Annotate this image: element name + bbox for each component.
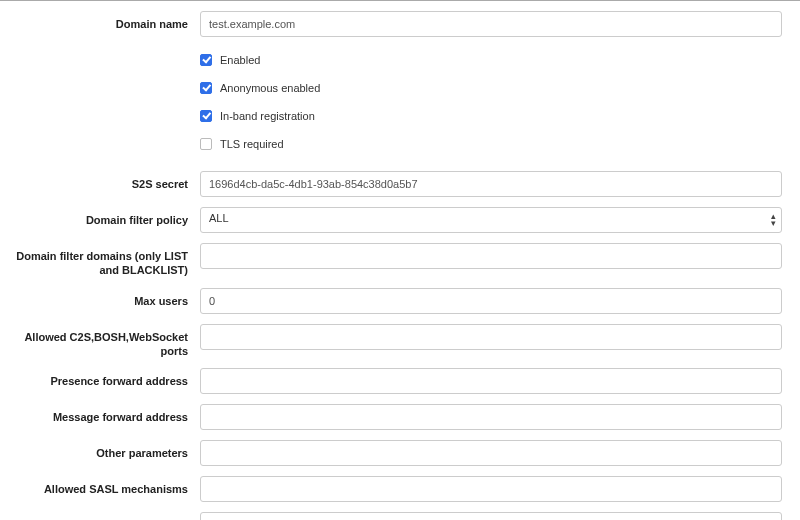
row-s2s-secret: S2S secret [0, 171, 800, 197]
checkbox-enabled-row[interactable]: Enabled [200, 49, 782, 71]
input-max-users[interactable] [200, 288, 782, 314]
label-domain-filter-policy: Domain filter policy [0, 207, 200, 227]
input-other-params[interactable] [200, 440, 782, 466]
select-domain-filter-policy[interactable]: ALL [200, 207, 782, 233]
label-presence-forward: Presence forward address [0, 368, 200, 388]
domain-config-form: Domain name Enabled Anonymous enabled In… [0, 0, 800, 520]
checkbox-tls[interactable] [200, 138, 212, 150]
checkbox-inband-row[interactable]: In-band registration [200, 105, 782, 127]
label-owner: Owner [0, 512, 200, 520]
label-message-forward: Message forward address [0, 404, 200, 424]
checkbox-tls-row[interactable]: TLS required [200, 133, 782, 155]
row-max-users: Max users [0, 288, 800, 314]
row-checkboxes: Enabled Anonymous enabled In-band regist… [0, 47, 800, 161]
input-presence-forward[interactable] [200, 368, 782, 394]
label-domain-filter-domains: Domain filter domains (only LIST and BLA… [0, 243, 200, 278]
input-domain-filter-domains[interactable] [200, 243, 782, 269]
checkbox-inband[interactable] [200, 110, 212, 122]
label-allowed-ports: Allowed C2S,BOSH,WebSocket ports [0, 324, 200, 359]
checkbox-anonymous-row[interactable]: Anonymous enabled [200, 77, 782, 99]
row-owner: Owner [0, 512, 800, 520]
checkbox-anonymous[interactable] [200, 82, 212, 94]
input-owner[interactable] [200, 512, 782, 520]
label-allowed-sasl: Allowed SASL mechanisms [0, 476, 200, 496]
input-allowed-ports[interactable] [200, 324, 782, 350]
label-s2s-secret: S2S secret [0, 171, 200, 191]
row-message-forward: Message forward address [0, 404, 800, 430]
row-allowed-sasl: Allowed SASL mechanisms [0, 476, 800, 502]
checkbox-anonymous-label: Anonymous enabled [220, 82, 320, 94]
row-domain-filter-domains: Domain filter domains (only LIST and BLA… [0, 243, 800, 278]
input-s2s-secret[interactable] [200, 171, 782, 197]
input-allowed-sasl[interactable] [200, 476, 782, 502]
checkbox-inband-label: In-band registration [220, 110, 315, 122]
row-domain-filter-policy: Domain filter policy ALL ▴▾ [0, 207, 800, 233]
row-other-params: Other parameters [0, 440, 800, 466]
input-domain-name[interactable] [200, 11, 782, 37]
label-other-params: Other parameters [0, 440, 200, 460]
checkbox-enabled-label: Enabled [220, 54, 260, 66]
row-presence-forward: Presence forward address [0, 368, 800, 394]
input-message-forward[interactable] [200, 404, 782, 430]
row-domain-name: Domain name [0, 11, 800, 37]
checkbox-tls-label: TLS required [220, 138, 284, 150]
row-allowed-ports: Allowed C2S,BOSH,WebSocket ports [0, 324, 800, 359]
checkbox-enabled[interactable] [200, 54, 212, 66]
label-domain-name: Domain name [0, 11, 200, 31]
label-max-users: Max users [0, 288, 200, 308]
